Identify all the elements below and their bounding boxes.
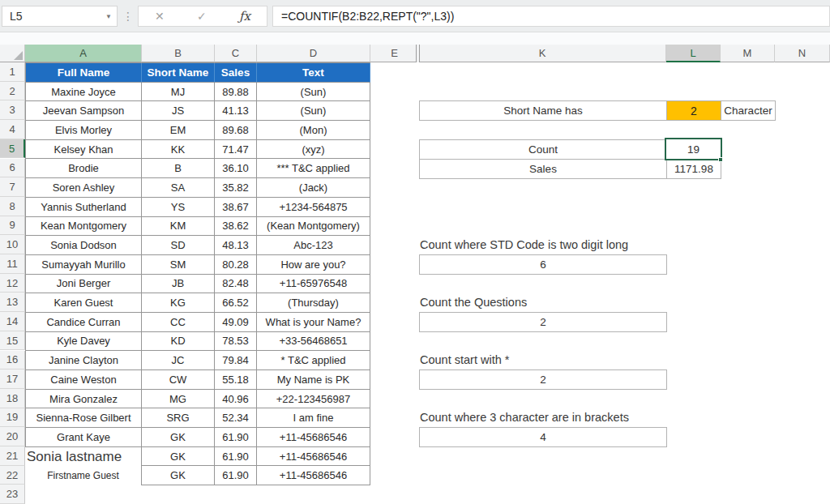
row-header-8[interactable]: 8 <box>0 197 25 216</box>
select-all-corner[interactable] <box>0 45 25 62</box>
cell-A12[interactable]: Joni Berger <box>25 275 142 294</box>
insert-function-icon[interactable]: ƒx <box>239 9 250 23</box>
label-std-code[interactable]: Count where STD Code is two digit long <box>420 235 628 254</box>
cell-sales-label[interactable]: Sales <box>419 159 667 179</box>
cell-A22[interactable]: Firstname Guest <box>25 466 142 485</box>
cell-B18[interactable]: MG <box>142 390 215 409</box>
cell-A9[interactable]: Kean Montgomery <box>25 217 142 237</box>
cell-D21[interactable]: +11-45686546 <box>257 447 370 467</box>
cell-B6[interactable]: B <box>142 159 215 178</box>
row-header-10[interactable]: 10 <box>0 235 25 254</box>
column-header-K[interactable]: K <box>419 45 666 62</box>
cell-D3[interactable]: (Sun) <box>257 101 370 121</box>
row-header-9[interactable]: 9 <box>0 216 25 236</box>
column-header-L[interactable]: L <box>666 45 721 62</box>
row-header-4[interactable]: 4 <box>0 120 25 139</box>
cell-B20[interactable]: GK <box>142 428 215 447</box>
cell-A18[interactable]: Mira Gonzalez <box>25 390 142 409</box>
cell-A17[interactable]: Caine Weston <box>25 370 142 390</box>
cell-B17[interactable]: CW <box>142 370 215 390</box>
row-header-6[interactable]: 6 <box>0 159 25 178</box>
cell-C19[interactable]: 52.34 <box>215 408 257 428</box>
row-header-3[interactable]: 3 <box>0 100 25 120</box>
cell-B13[interactable]: KG <box>142 293 215 313</box>
cell-D15[interactable]: +33-56468651 <box>257 332 370 352</box>
row-header-23[interactable]: 23 <box>0 485 25 504</box>
cell-B12[interactable]: JB <box>142 275 215 294</box>
cell-D14[interactable]: What is your Name? <box>257 313 370 332</box>
cell-A13[interactable]: Karen Guest <box>25 293 142 313</box>
column-header-A[interactable]: A <box>25 45 142 62</box>
cell-C13[interactable]: 66.52 <box>215 293 257 313</box>
table-header-short-name[interactable]: Short Name <box>142 63 215 83</box>
cell-B2[interactable]: MJ <box>142 83 215 102</box>
cell-B14[interactable]: CC <box>142 313 215 332</box>
cell-A14[interactable]: Candice Curran <box>25 313 142 332</box>
cell-A19[interactable]: Sienna-Rose Gilbert <box>25 408 142 428</box>
name-box[interactable]: L5 ▼ <box>2 6 118 27</box>
cell-D16[interactable]: * T&C applied <box>257 351 370 370</box>
cell-C21[interactable]: 61.90 <box>215 447 257 467</box>
column-header-C[interactable]: C <box>215 45 257 62</box>
cell-C7[interactable]: 35.82 <box>215 178 257 198</box>
cell-C6[interactable]: 36.10 <box>215 159 257 178</box>
cell-D6[interactable]: *** T&C applied <box>257 159 370 178</box>
cell-C5[interactable]: 71.47 <box>215 140 257 160</box>
enter-icon[interactable]: ✓ <box>197 10 207 23</box>
cell-questions-value[interactable]: 2 <box>419 312 667 332</box>
cell-B11[interactable]: SM <box>142 255 215 275</box>
cell-D19[interactable]: I am fine <box>257 408 370 428</box>
row-header-13[interactable]: 13 <box>0 293 25 312</box>
cell-A20[interactable]: Grant Kaye <box>25 428 142 447</box>
cell-brackets-value[interactable]: 4 <box>419 427 667 447</box>
table-header-full-name[interactable]: Full Name <box>25 63 142 83</box>
cell-D12[interactable]: +11-65976548 <box>257 275 370 294</box>
row-header-5[interactable]: 5 <box>0 139 25 159</box>
cell-B3[interactable]: JS <box>142 101 215 121</box>
cell-C12[interactable]: 82.48 <box>215 275 257 294</box>
formula-bar[interactable]: =COUNTIF(B2:B22,REPT("?",L3)) <box>272 6 830 27</box>
cell-D5[interactable]: (xyz) <box>257 140 370 160</box>
cell-C20[interactable]: 61.90 <box>215 428 257 447</box>
cell-A7[interactable]: Soren Ashley <box>25 178 142 198</box>
cell-B9[interactable]: KM <box>142 217 215 237</box>
cell-A6[interactable]: Brodie <box>25 159 142 178</box>
cell-D9[interactable]: (Kean Montgomery) <box>257 217 370 237</box>
column-header-E[interactable]: E <box>370 45 419 62</box>
label-questions[interactable]: Count the Questions <box>420 293 527 312</box>
cell-C4[interactable]: 89.68 <box>215 121 257 140</box>
cell-A2[interactable]: Maxine Joyce <box>25 83 142 102</box>
cell-C3[interactable]: 41.13 <box>215 101 257 121</box>
cell-D22[interactable]: +11-45686546 <box>257 466 370 485</box>
cell-C11[interactable]: 80.28 <box>215 255 257 275</box>
cell-D10[interactable]: Abc-123 <box>257 236 370 255</box>
cell-C9[interactable]: 38.62 <box>215 217 257 237</box>
cell-D8[interactable]: +1234-564875 <box>257 198 370 217</box>
row-header-2[interactable]: 2 <box>0 82 25 101</box>
cell-B22[interactable]: GK <box>142 466 215 485</box>
cell-A16[interactable]: Janine Clayton <box>25 351 142 370</box>
row-header-1[interactable]: 1 <box>0 62 25 82</box>
row-header-14[interactable]: 14 <box>0 312 25 331</box>
cell-D17[interactable]: My Name is PK <box>257 370 370 390</box>
cell-A8[interactable]: Yannis Sutherland <box>25 198 142 217</box>
cell-A10[interactable]: Sonia Dodson <box>25 236 142 255</box>
cell-C14[interactable]: 49.09 <box>215 313 257 332</box>
label-start-with-star[interactable]: Count start with * <box>420 350 509 369</box>
row-header-19[interactable]: 19 <box>0 408 25 428</box>
cell-A21[interactable]: Sonia lastname <box>25 447 142 467</box>
cell-D4[interactable]: (Mon) <box>257 121 370 140</box>
cell-B21[interactable]: GK <box>142 447 215 467</box>
row-header-15[interactable]: 15 <box>0 331 25 351</box>
active-cell[interactable]: 19 <box>665 138 722 160</box>
cell-C10[interactable]: 48.13 <box>215 236 257 255</box>
cell-C17[interactable]: 55.18 <box>215 370 257 390</box>
cell-D11[interactable]: How are you? <box>257 255 370 275</box>
cell-short-name-has[interactable]: Short Name has <box>419 100 667 121</box>
cell-character-count[interactable]: 2 <box>666 100 721 121</box>
row-header-7[interactable]: 7 <box>0 177 25 197</box>
row-header-20[interactable]: 20 <box>0 427 25 446</box>
row-header-11[interactable]: 11 <box>0 254 25 274</box>
cell-D20[interactable]: +11-45686546 <box>257 428 370 447</box>
cell-B4[interactable]: EM <box>142 121 215 140</box>
